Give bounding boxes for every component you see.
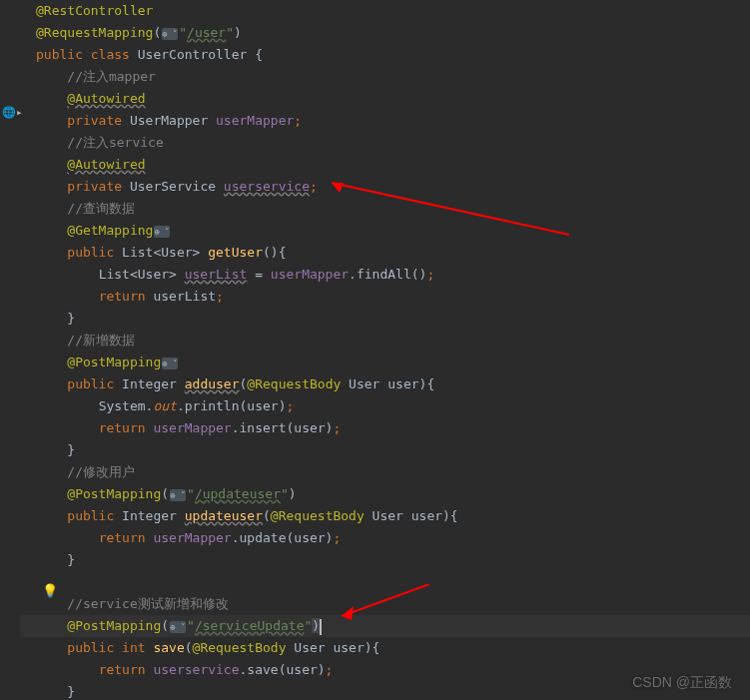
code-line: @PostMapping⊕ ˅ bbox=[20, 351, 750, 373]
code-line: return userMapper.insert(user); bbox=[20, 417, 750, 439]
annotation-token: @RestController bbox=[36, 3, 153, 18]
globe-icon[interactable]: ⊕ ˅ bbox=[154, 226, 170, 238]
code-line: //注入service bbox=[20, 132, 750, 154]
code-line: @Autowired bbox=[20, 88, 750, 110]
related-problem-icon[interactable]: 🌐▸ bbox=[2, 106, 23, 119]
code-line: return userList; bbox=[20, 286, 750, 308]
code-line: public List<User> getUser(){ bbox=[20, 242, 750, 264]
annotation-token: @RequestMapping bbox=[36, 25, 153, 40]
globe-icon[interactable]: ⊕ ˅ bbox=[170, 489, 186, 501]
code-line bbox=[20, 571, 750, 593]
code-line: //注入mapper bbox=[20, 66, 750, 88]
code-line: @RestController bbox=[20, 0, 750, 22]
globe-icon[interactable]: ⊕ ˅ bbox=[170, 621, 186, 633]
code-line: @PostMapping(⊕ ˅"/updateuser") bbox=[20, 483, 750, 505]
watermark: CSDN @正函数 bbox=[632, 674, 732, 692]
code-line: //service测试新增和修改 bbox=[20, 593, 750, 615]
code-line: } bbox=[20, 549, 750, 571]
code-line: //修改用户 bbox=[20, 461, 750, 483]
code-editor[interactable]: @RestController @RequestMapping(⊕ ˅"/use… bbox=[0, 0, 750, 700]
code-line: public Integer adduser(@RequestBody User… bbox=[20, 373, 750, 395]
code-line: //新增数据 bbox=[20, 330, 750, 351]
code-line: } bbox=[20, 439, 750, 461]
code-line: public int save(@RequestBody User user){ bbox=[20, 637, 750, 659]
code-line: //查询数据 bbox=[20, 198, 750, 220]
code-line: private UserService userservice; bbox=[20, 176, 750, 198]
code-line: public Integer updateuser(@RequestBody U… bbox=[20, 505, 750, 527]
code-line: return userMapper.update(user); bbox=[20, 527, 750, 549]
code-line-active: @PostMapping(⊕ ˅"/serviceUpdate") bbox=[20, 615, 750, 637]
globe-icon[interactable]: ⊕ ˅ bbox=[162, 28, 178, 40]
code-line: } bbox=[20, 308, 750, 330]
code-line: List<User> userList = userMapper.findAll… bbox=[20, 264, 750, 286]
caret bbox=[320, 619, 322, 635]
bulb-icon[interactable]: 💡 bbox=[42, 583, 58, 598]
code-line: private UserMapper userMapper; bbox=[20, 110, 750, 132]
globe-icon[interactable]: ⊕ ˅ bbox=[162, 357, 178, 369]
code-line: public class UserController { bbox=[20, 44, 750, 66]
code-line: System.out.println(user); bbox=[20, 395, 750, 417]
code-line: @GetMapping⊕ ˅ bbox=[20, 220, 750, 242]
code-line: @Autowired bbox=[20, 154, 750, 176]
code-line: @RequestMapping(⊕ ˅"/user") bbox=[20, 22, 750, 44]
